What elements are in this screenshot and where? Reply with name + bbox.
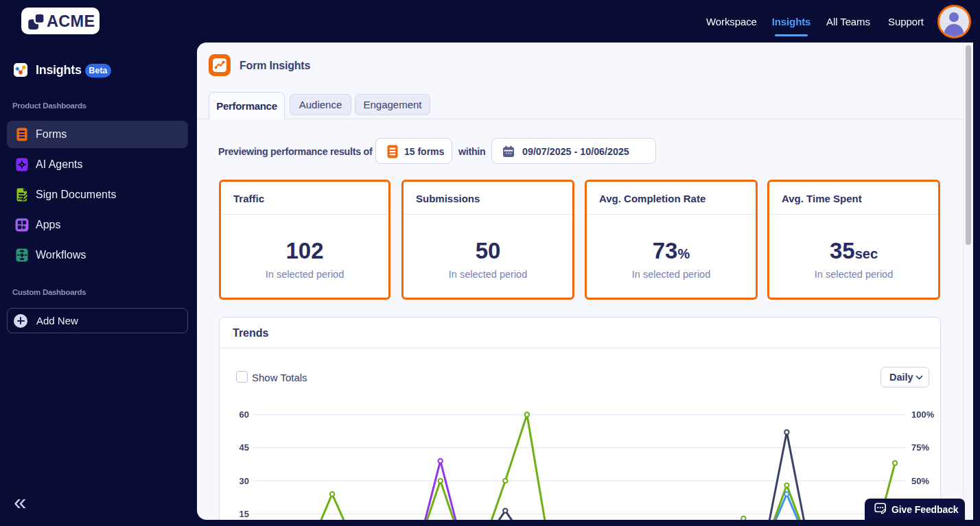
svg-text:30: 30 (240, 476, 249, 486)
svg-text:75%: 75% (911, 442, 929, 453)
svg-text:100%: 100% (911, 409, 935, 420)
svg-text:60: 60 (240, 409, 249, 420)
svg-text:50%: 50% (911, 476, 929, 486)
svg-text:15: 15 (240, 509, 249, 519)
svg-text:45: 45 (240, 442, 249, 453)
